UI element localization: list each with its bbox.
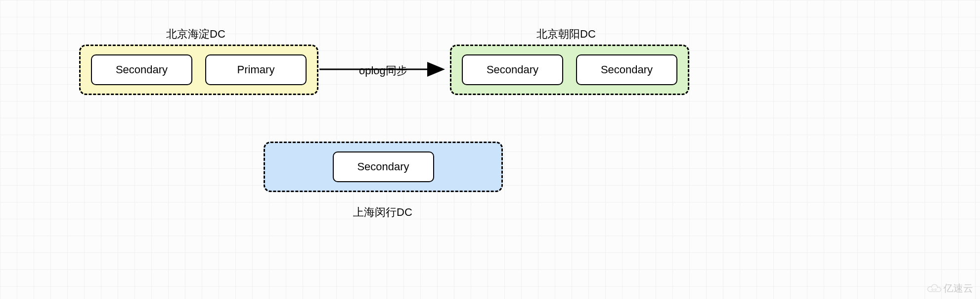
dc1-container: Secondary Primary <box>79 45 318 95</box>
dc1-node-0: Secondary <box>91 54 192 85</box>
watermark: 亿速云 <box>927 282 973 295</box>
dc3-node-0: Secondary <box>333 151 434 182</box>
cloud-icon <box>927 284 941 294</box>
dc2-container: Secondary Secondary <box>450 45 689 95</box>
dc3-title: 上海闵行DC <box>353 205 412 220</box>
dc2-node-1: Secondary <box>576 54 677 85</box>
svg-point-2 <box>935 289 936 290</box>
svg-point-1 <box>932 289 933 290</box>
dc1-node-1: Primary <box>205 54 307 85</box>
arrow-label: oplog同步 <box>359 63 407 78</box>
dc1-title: 北京海淀DC <box>166 27 225 42</box>
dc2-title: 北京朝阳DC <box>536 27 596 42</box>
dc3-container: Secondary <box>264 142 503 192</box>
watermark-text: 亿速云 <box>943 282 973 295</box>
dc2-node-0: Secondary <box>462 54 563 85</box>
